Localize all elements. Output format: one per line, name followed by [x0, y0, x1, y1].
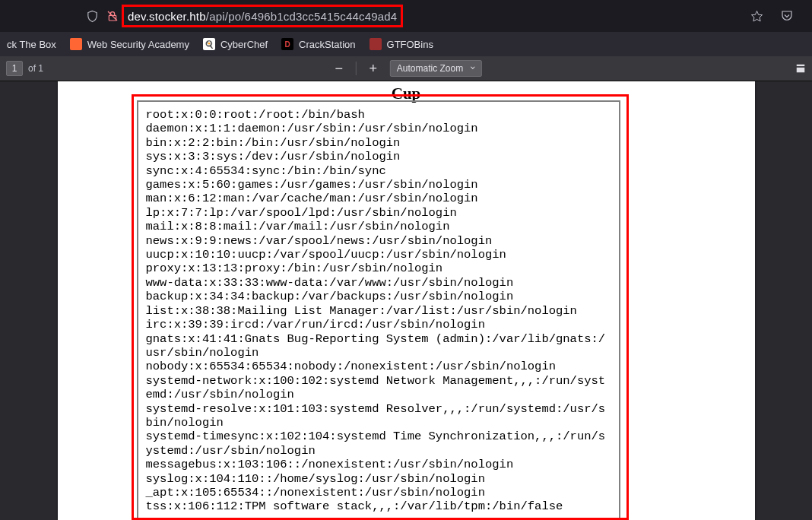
bookmarks-bar: ck The Box Web Security Academy 🍳 CyberC…	[0, 32, 812, 56]
page-count-label: of 1	[28, 63, 43, 74]
pdf-page: Cup root:x:0:0:root:/root:/bin/bash daem…	[58, 81, 755, 520]
bookmark-label: Web Security Academy	[87, 39, 189, 50]
bookmark-hackthebox[interactable]: ck The Box	[0, 32, 63, 56]
url-bar: dev.stocker.htb/api/po/6496b1cd3cc5415c4…	[0, 0, 812, 32]
zoom-out-button[interactable]: −	[330, 59, 348, 78]
bookmark-icon: 🍳	[203, 38, 215, 50]
zoom-label: Automatic Zoom	[397, 63, 463, 74]
bookmark-icon	[70, 38, 82, 50]
bookmark-cyberchef[interactable]: 🍳 CyberChef	[196, 32, 274, 56]
chevron-down-icon	[469, 63, 477, 74]
svg-rect-4	[797, 68, 805, 72]
url-host: dev.stocker.htb	[128, 10, 206, 23]
bookmark-label: ck The Box	[7, 39, 56, 50]
bookmark-crackstation[interactable]: D CrackStation	[274, 32, 362, 56]
svg-marker-2	[751, 11, 762, 21]
url-input[interactable]: dev.stocker.htb/api/po/6496b1cd3cc5415c4…	[128, 10, 397, 23]
zoom-in-button[interactable]: +	[364, 59, 382, 78]
pdf-viewer[interactable]: Cup root:x:0:0:root:/root:/bin/bash daem…	[0, 81, 812, 520]
bookmark-label: CrackStation	[299, 39, 355, 50]
zoom-select[interactable]: Automatic Zoom	[390, 60, 482, 77]
svg-rect-3	[797, 65, 805, 66]
page-number-input[interactable]	[6, 61, 23, 76]
bookmark-icon: D	[281, 38, 293, 50]
bookmark-star-icon[interactable]	[750, 10, 763, 23]
toolbar-right-button[interactable]	[795, 59, 806, 78]
lock-insecure-icon[interactable]	[106, 10, 119, 22]
pdf-toolbar: of 1 − + Automatic Zoom	[0, 56, 812, 81]
content-text: root:x:0:0:root:/root:/bin/bash daemon:x…	[146, 108, 611, 514]
shield-icon[interactable]	[86, 10, 99, 23]
bookmark-label: GTFOBins	[387, 39, 433, 50]
bookmark-websecacademy[interactable]: Web Security Academy	[63, 32, 196, 56]
pocket-icon[interactable]	[780, 9, 794, 23]
bookmark-icon	[370, 38, 382, 50]
bookmark-label: CyberChef	[220, 39, 268, 50]
content-box: root:x:0:0:root:/root:/bin/bash daemon:x…	[137, 100, 620, 520]
separator	[356, 62, 357, 75]
url-path: /api/po/6496b1cd3cc5415c44c49ad4	[206, 10, 398, 23]
bookmark-gtfobins[interactable]: GTFOBins	[363, 32, 440, 56]
